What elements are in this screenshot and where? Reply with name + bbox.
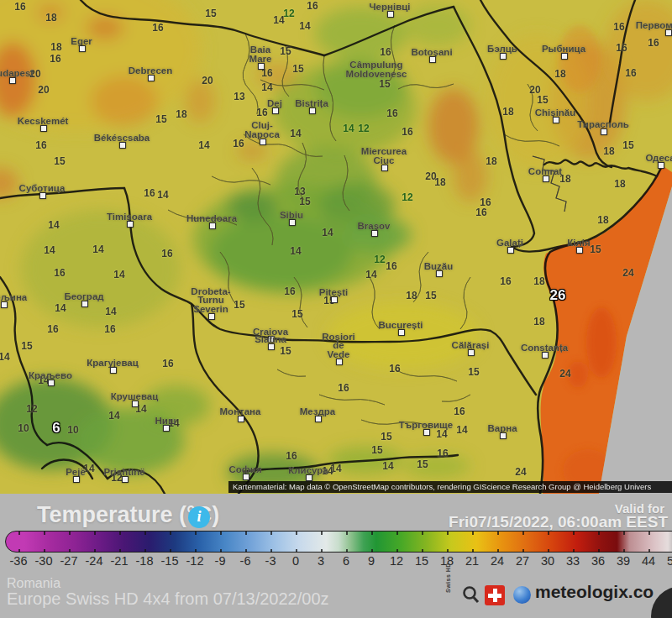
temperature-value: 14	[290, 128, 301, 139]
temperature-value: 16	[256, 107, 267, 118]
magnifier-icon[interactable]	[460, 584, 482, 606]
valid-time-value: Fri07/15/2022, 06:00am EEST	[449, 513, 668, 532]
colorbar-tickmark	[447, 532, 449, 535]
temperature-value: 10	[67, 425, 78, 435]
temperature-value: 16	[648, 38, 659, 48]
temperature-value: 14	[290, 246, 301, 256]
city-name: София	[228, 465, 261, 474]
colorbar-tickmark	[144, 549, 146, 553]
city-name: Hunedoara	[186, 214, 237, 223]
temperature-value: 18	[603, 146, 614, 156]
legend-tick: -12	[186, 554, 204, 568]
temperature-value: 24	[622, 268, 633, 278]
temperature-value: 16	[454, 406, 465, 416]
colorbar-tickmark	[44, 549, 45, 553]
city-marker	[658, 162, 664, 169]
city-name: Sibiu	[280, 211, 303, 220]
temperature-value-highlight: 6	[52, 423, 60, 433]
temperature-value: 18	[614, 179, 625, 189]
temperature-value: 18	[533, 276, 544, 286]
city-marker	[208, 313, 215, 320]
temperature-value: 18	[434, 177, 445, 187]
city-marker	[73, 476, 80, 483]
city-name: Търговище	[399, 421, 453, 430]
city-name: Drobeta- Turnu Severin	[191, 287, 230, 314]
colorbar-tickmark	[371, 532, 373, 535]
city-marker	[381, 165, 388, 171]
temperature-value: 14	[322, 228, 333, 238]
city-name: Békéscsaba	[94, 134, 150, 143]
legend-tick: 24	[491, 554, 504, 568]
colorbar-tickmark	[119, 549, 121, 553]
colorbar-tickmark	[422, 549, 423, 553]
colorbar-tickmark	[573, 532, 575, 535]
temperature-value: 14	[436, 429, 447, 439]
temperature-value: 15	[234, 300, 244, 310]
city-marker	[1, 301, 8, 308]
temperature-value: 18	[50, 42, 61, 52]
colorbar-tickmark	[598, 549, 600, 553]
weather-map[interactable]: Kartenmaterial: Map data © OpenStreetMap…	[0, 0, 672, 494]
city-marker	[468, 349, 475, 356]
city-name: Тирасполь	[577, 120, 629, 129]
colorbar-tickmark	[270, 532, 272, 535]
temperature-value: 16	[104, 324, 115, 334]
corner-widget[interactable]	[651, 586, 672, 618]
city-marker	[260, 139, 266, 145]
temperature-value-highlight: 26	[550, 291, 566, 301]
temperature-colorbar	[5, 531, 672, 553]
city-marker	[306, 474, 312, 481]
legend-tick: 50	[667, 554, 672, 568]
swiss-flag-icon	[485, 585, 505, 605]
city-name: Prishtinë	[103, 468, 144, 477]
colorbar-tickmark	[623, 532, 625, 535]
temperature-value: 14	[55, 303, 66, 313]
temperature-value: 16	[386, 108, 397, 118]
colorbar-tickmark	[270, 549, 272, 553]
colorbar-tick-labels: -36-30-27-24-21-18-15-12-9-6-30369121518…	[0, 554, 672, 569]
city-marker	[148, 75, 155, 81]
city-name: Pitești	[319, 288, 349, 297]
temperature-value: 16	[380, 47, 391, 57]
temperature-value: 14	[157, 190, 168, 200]
city-marker	[79, 45, 86, 52]
city-marker	[209, 223, 216, 229]
city-marker	[500, 53, 507, 60]
colorbar-tickmark	[497, 532, 499, 535]
city-name: Chișinău	[535, 108, 576, 118]
temperature-value: 16	[500, 276, 511, 286]
city-name: Суботица	[19, 184, 66, 193]
colorbar-tickmark	[170, 532, 171, 535]
temperature-value: 16	[35, 140, 46, 150]
legend-tick: -18	[136, 554, 154, 568]
city-name: Comrat	[528, 167, 562, 176]
temperature-value: 13	[234, 92, 244, 102]
city-marker	[289, 219, 296, 226]
temperature-value: 14	[456, 425, 467, 435]
city-marker	[398, 329, 405, 336]
temperature-value: 14	[365, 270, 376, 280]
temperature-value: 15	[292, 64, 303, 74]
temperature-value: 15	[590, 244, 601, 254]
legend-tick: -9	[215, 554, 226, 568]
temperature-value: 12	[358, 123, 369, 134]
city-marker	[331, 296, 338, 303]
temperature-value: 20	[38, 85, 49, 95]
temperature-value: 14	[261, 82, 272, 92]
legend-tick: 36	[591, 554, 605, 568]
temperature-value: 16	[233, 139, 244, 149]
city-marker	[122, 476, 129, 483]
meteologix-brand[interactable]: meteologix.co	[535, 582, 654, 602]
legend-tick: 0	[292, 554, 299, 568]
city-marker	[315, 416, 322, 422]
city-name: Budapest	[0, 69, 34, 78]
legend-tick: 39	[617, 554, 630, 568]
temperature-value: 16	[144, 188, 155, 198]
temperature-value: 16	[161, 249, 172, 259]
colorbar-tickmark	[598, 532, 600, 535]
temperature-value: 14	[92, 244, 103, 254]
info-icon[interactable]: i	[188, 506, 210, 528]
city-name: Варна	[487, 424, 517, 433]
legend-tick: 30	[541, 554, 554, 568]
city-name: Первомайськ	[636, 21, 672, 30]
